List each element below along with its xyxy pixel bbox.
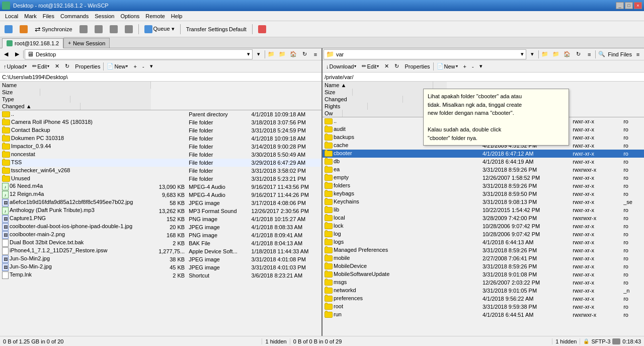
- session-tab-1[interactable]: root@192.168.1.2: [2, 38, 63, 48]
- right-file-row[interactable]: MobileDevice 3/31/2018 8:59:26 PM rwxr-x…: [323, 262, 644, 270]
- menu-session[interactable]: Session: [92, 13, 117, 20]
- right-file-row[interactable]: db 4/1/2018 6:44:19 AM rwxr-xr-x ro: [323, 158, 644, 166]
- right-col-size[interactable]: Size: [323, 89, 353, 96]
- left-folder-btn1[interactable]: 📁: [266, 49, 276, 59]
- left-file-row[interactable]: 🖼a6efce1b9d16fdfa9d85a12cbf8f8c5495ee7b0…: [0, 199, 321, 207]
- upload-button[interactable]: ↑ Upload ▾: [1, 61, 29, 72]
- left-col-changed[interactable]: Changed ▲: [0, 103, 80, 110]
- left-add-btn[interactable]: +: [131, 61, 139, 72]
- right-col-name[interactable]: Name ▲: [323, 82, 433, 89]
- synchronize-button[interactable]: ⇄ Synchronize: [32, 23, 75, 35]
- left-delete-button[interactable]: ✕: [52, 61, 62, 72]
- left-home-btn[interactable]: 🏠: [288, 49, 298, 59]
- right-file-row[interactable]: Managed Preferences 3/31/2018 8:59:26 PM…: [323, 246, 644, 254]
- toolbar-icon-btn1[interactable]: [2, 23, 15, 35]
- left-path-arrow[interactable]: ▾: [254, 49, 264, 59]
- right-new-button[interactable]: 📄 New ▾: [434, 61, 460, 72]
- right-file-row[interactable]: msgs 12/26/2007 2:03:22 PM rwxr-xr-x ro: [323, 279, 644, 287]
- right-file-row[interactable]: local 3/28/2009 7:42:00 PM rwxrwxr-x ro: [323, 214, 644, 222]
- toolbar-icon-btn3[interactable]: [77, 23, 90, 35]
- left-path-dropdown[interactable]: 🖥 Desktop ▾: [25, 49, 253, 59]
- right-file-row[interactable]: root 3/31/2018 9:59:38 PM rwxr-xr-x ro: [323, 303, 644, 311]
- left-tree-btn[interactable]: ≡: [310, 49, 320, 59]
- queue-button[interactable]: Queue ▾: [142, 23, 177, 35]
- right-file-row[interactable]: preferences 4/1/2018 9:56:22 AM rwxr-xr-…: [323, 295, 644, 303]
- right-file-row[interactable]: log 10/28/2006 9:07:42 PM rwxr-xr-x ro: [323, 230, 644, 238]
- right-delete-button[interactable]: ✕: [382, 61, 391, 72]
- left-file-row[interactable]: Unused File folder 3/31/2018 5:23:21 PM: [0, 175, 321, 183]
- right-col-owner[interactable]: Ow: [323, 110, 343, 117]
- left-file-row[interactable]: 🖼coolbooter-main-2.png 168 KB PNG image …: [0, 231, 321, 239]
- right-file-row[interactable]: MobileSoftwareUpdate 3/31/2018 9:01:08 P…: [323, 270, 644, 279]
- find-files-label[interactable]: Find Files: [608, 51, 632, 57]
- left-file-row[interactable]: 🖼Jun-So-Min-2.jpg 45 KB JPEG image 3/31/…: [0, 263, 321, 271]
- left-reload-button[interactable]: ↻: [62, 61, 72, 72]
- right-reload-button[interactable]: ↻: [392, 61, 401, 72]
- right-edit-button[interactable]: ✏ Edit ▾: [359, 61, 381, 72]
- left-filter-btn[interactable]: ▾: [147, 61, 155, 72]
- left-file-row[interactable]: Impactor_0.9.44 File folder 3/14/2018 9:…: [0, 143, 321, 151]
- left-refresh-btn[interactable]: ↻: [299, 49, 309, 59]
- left-file-row[interactable]: Dual Boot 32bit Device.txt.bak 2 KB BAK …: [0, 239, 321, 247]
- right-file-row[interactable]: lib 10/22/2015 1:54:42 PM rwxr-xr-x ro: [323, 206, 644, 214]
- left-edit-button[interactable]: ✏ Edit ▾: [30, 61, 52, 72]
- toolbar-icon-btn2[interactable]: [17, 23, 30, 35]
- left-file-row[interactable]: Contact Backup File folder 3/31/2018 5:2…: [0, 126, 321, 134]
- left-file-row[interactable]: Temp.lnk 2 KB Shortcut 3/6/2018 8:23:21 …: [0, 271, 321, 280]
- right-minus-btn[interactable]: -: [469, 61, 476, 72]
- left-file-row[interactable]: iPhone4,1_7.1.2_11D257_Restore.ipsw 1,27…: [0, 247, 321, 255]
- right-file-row[interactable]: mobile 2/27/2008 7:06:41 PM rwxr-xr-x ro: [323, 254, 644, 262]
- transfer-settings-button[interactable]: Transfer Settings Default: [184, 23, 249, 35]
- right-col-rights[interactable]: Rights: [323, 103, 368, 110]
- find-files-button[interactable]: 🔍: [597, 49, 607, 59]
- menu-help[interactable]: Help: [168, 13, 186, 20]
- right-file-row[interactable]: folders 3/31/2018 8:59:26 PM rwxr-xr-x r…: [323, 182, 644, 190]
- left-file-row[interactable]: Camera Roll iPhone 4S (180318) File fold…: [0, 118, 321, 126]
- left-file-row[interactable]: noncestat File folder 3/30/2018 5:50:49 …: [0, 151, 321, 159]
- left-folder-btn2[interactable]: 📁: [277, 49, 287, 59]
- left-file-row[interactable]: Dokumen PC 310318 File folder 4/1/2018 1…: [0, 134, 321, 143]
- left-back-button[interactable]: ◀: [1, 49, 11, 59]
- toolbar-icon-btn5[interactable]: [107, 23, 120, 35]
- minimize-button[interactable]: _: [616, 2, 624, 9]
- right-extra-btn[interactable]: ≡: [633, 49, 643, 59]
- menu-options[interactable]: Options: [117, 13, 142, 20]
- left-file-row[interactable]: ♪12 Reign.m4a 9,683 KB MPEG-4 Audio 9/16…: [0, 191, 321, 199]
- toolbar-icon-btn7[interactable]: [256, 23, 269, 35]
- right-folder-btn2[interactable]: 📁: [551, 49, 561, 59]
- right-file-row[interactable]: run 4/1/2018 6:44:51 AM rwxrwxr-x ro: [323, 311, 644, 319]
- left-file-row[interactable]: ♪06 Need.m4a 13,090 KB MPEG-4 Audio 9/16…: [0, 183, 321, 191]
- download-button[interactable]: ↓ Download ▾: [324, 61, 359, 72]
- right-path-dropdown[interactable]: 📁 var ▾: [324, 49, 526, 59]
- left-col-type[interactable]: Type: [0, 96, 70, 103]
- right-refresh-btn[interactable]: ↻: [573, 49, 583, 59]
- menu-files[interactable]: Files: [40, 13, 57, 20]
- close-button[interactable]: ×: [634, 2, 642, 9]
- right-file-row[interactable]: lock 10/28/2006 9:07:42 PM rwxr-xr-x ro: [323, 222, 644, 230]
- right-file-row[interactable]: ea 3/31/2018 8:59:26 PM rwxrwxr-x ro: [323, 166, 644, 174]
- left-file-list[interactable]: Name Size Type Changed ▲ .. Parent direc…: [0, 82, 321, 336]
- left-file-row[interactable]: .. Parent directory 4/1/2018 10:09:18 AM: [0, 110, 321, 118]
- left-file-row[interactable]: tsschecker_win64_v268 File folder 3/31/2…: [0, 167, 321, 175]
- menu-mark[interactable]: Mark: [21, 13, 39, 20]
- left-forward-button[interactable]: ▶: [12, 49, 22, 59]
- right-file-row[interactable]: Keychains 3/31/2018 9:08:13 PM rwxr-xr-x…: [323, 198, 644, 206]
- right-tree-btn[interactable]: ≡: [584, 49, 594, 59]
- left-file-row[interactable]: ♪Anthology (Daft Punk Tribute).mp3 13,26…: [0, 207, 321, 215]
- left-minus-btn[interactable]: -: [140, 61, 147, 72]
- menu-commands[interactable]: Commands: [57, 13, 92, 20]
- right-filter-btn[interactable]: ▾: [477, 61, 485, 72]
- left-file-row[interactable]: 🖼Jun-So-Min2.jpg 38 KB JPEG image 3/31/2…: [0, 255, 321, 263]
- left-col-size[interactable]: Size: [0, 89, 40, 96]
- maximize-button[interactable]: □: [625, 2, 633, 9]
- right-file-row[interactable]: cbooter 4/1/2018 6:47:12 AM rwxr-xr-x ro: [323, 150, 644, 158]
- right-col-changed[interactable]: Changed: [323, 96, 403, 103]
- menu-remote[interactable]: Remote: [142, 13, 168, 20]
- right-home-btn[interactable]: 🏠: [562, 49, 572, 59]
- toolbar-icon-btn4[interactable]: [92, 23, 105, 35]
- right-file-row[interactable]: logs 4/1/2018 6:44:13 AM rwxr-xr-x ro: [323, 238, 644, 246]
- right-folder-btn1[interactable]: 📁: [540, 49, 550, 59]
- right-file-row[interactable]: empty 12/26/2007 1:58:52 PM rwxr-xr-x ro: [323, 174, 644, 182]
- left-file-row[interactable]: TSS File folder 3/29/2018 6:47:29 AM: [0, 159, 321, 167]
- menu-local[interactable]: Local: [2, 13, 21, 20]
